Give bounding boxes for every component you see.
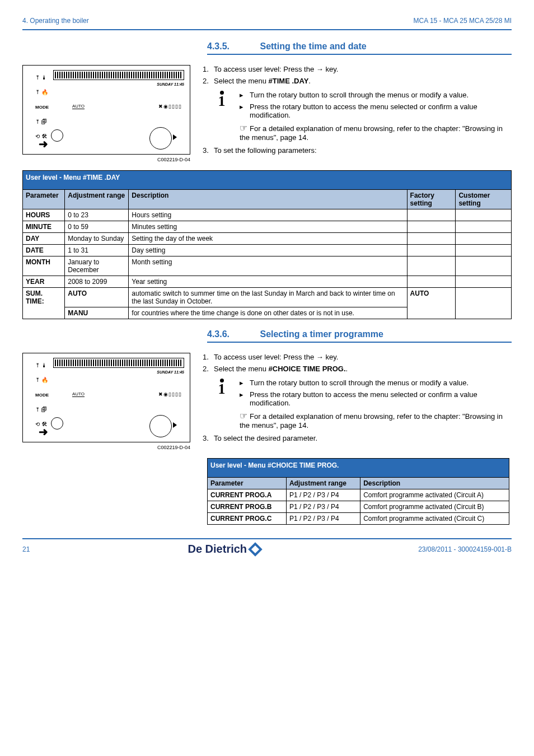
mode-label: MODE — [35, 101, 49, 113]
step1-suffix: key. — [324, 65, 339, 73]
section-435-body: ⤒ 🌡 ⤒ 🔥 MODE ⤒ 🗐 ⟲ 🛠 SUNDAY 11:45 AUTO ✖… — [22, 65, 512, 162]
info-bullet-2-text: Press the rotary button to access the me… — [250, 390, 512, 407]
page-number: 21 — [22, 545, 30, 553]
info-bullet-1: ▸ Turn the rotary button to scroll throu… — [240, 91, 512, 99]
section-title: Selecting a timer programme — [260, 329, 383, 339]
step2-prefix: Select the menu — [214, 77, 269, 85]
section-436-body: ⤒ 🌡 ⤒ 🔥 MODE ⤒ 🗐 ⟲ 🛠 SUNDAY 11:45 AUTO ✖… — [22, 353, 512, 450]
flame-icon: ⤒ 🔥 — [35, 375, 49, 386]
th-description: Description — [360, 478, 509, 489]
cell-factory — [407, 276, 456, 288]
cell-range: 1 to 31 — [65, 245, 129, 256]
control-panel-figure-2: ⤒ 🌡 ⤒ 🔥 MODE ⤒ 🗐 ⟲ 🛠 SUNDAY 11:45 AUTO ✖… — [22, 353, 190, 450]
cell-desc: Year setting — [129, 276, 407, 288]
table-row: HOURS0 to 23Hours setting — [23, 209, 512, 221]
section-heading-435: 4.3.5. Setting the time and date — [207, 41, 512, 52]
th-range: Adjustment range — [286, 478, 360, 489]
table-row: CURRENT PROG.CP1 / P2 / P3 / P4Comfort p… — [208, 513, 509, 525]
cell-customer — [456, 256, 512, 276]
cell-customer — [456, 221, 512, 233]
section-number: 4.3.5. — [207, 41, 257, 52]
cell-param: CURRENT PROG.A — [208, 489, 287, 501]
section-number: 4.3.6. — [207, 329, 257, 339]
triangle-bullet-icon: ▸ — [240, 102, 250, 119]
th-customer: Customer setting — [456, 190, 512, 209]
cell-range: P1 / P2 / P3 / P4 — [286, 513, 360, 525]
brand-logo: De Dietrich — [188, 543, 260, 556]
cell-desc: Comfort programme activated (Circuit C) — [360, 513, 509, 525]
sum-customer — [456, 288, 512, 319]
cell-desc: Day setting — [129, 245, 407, 256]
cell-customer — [456, 245, 512, 256]
temp-icon: ⤒ 🌡 — [35, 360, 49, 371]
table-time-day: User level - Menu #TIME .DAY Parameter A… — [22, 170, 512, 319]
step2-prefix: Select the menu — [214, 365, 269, 373]
triangle-bullet-icon: ▸ — [240, 390, 250, 407]
cell-desc: Comfort programme activated (Circuit B) — [360, 501, 509, 513]
sum-auto-factory: AUTO — [410, 290, 429, 297]
table2-title: User level - Menu #CHOICE TIME PROG. — [208, 459, 509, 478]
temp-icon: ⤒ 🌡 — [35, 72, 49, 83]
cell-param: DAY — [23, 233, 65, 245]
sum-manu-desc: for countries where the time change is d… — [129, 307, 407, 319]
panel-illustration: ⤒ 🌡 ⤒ 🔥 MODE ⤒ 🗐 ⟲ 🛠 SUNDAY 11:45 AUTO ✖… — [22, 353, 190, 442]
section-underline — [207, 54, 512, 55]
step-3: 3. To select the desired parameter. — [203, 434, 512, 442]
brand-text: De Dietrich — [188, 543, 247, 556]
list-number: 3. — [203, 434, 214, 442]
side-icons: ⤒ 🌡 ⤒ 🔥 MODE ⤒ 🗐 ⟲ 🛠 — [35, 360, 49, 433]
lcd-auto: AUTO — [72, 391, 85, 397]
lcd-bar — [53, 70, 184, 80]
mode-label: MODE — [35, 389, 49, 401]
list-number: 2. — [203, 365, 214, 373]
info-bullet-1-text: Turn the rotary button to scroll through… — [250, 379, 469, 387]
rotary-dial — [149, 127, 172, 150]
doc-date-ref: 23/08/2011 - 300024159-001-B — [418, 545, 512, 553]
page-header: 4. Operating the boiler MCA 15 - MCA 25 … — [22, 17, 512, 25]
step1-prefix: To access user level: Press the — [214, 353, 316, 361]
table-row: CURRENT PROG.BP1 / P2 / P3 / P4Comfort p… — [208, 501, 509, 513]
step1-suffix: key. — [324, 353, 339, 361]
info-ref-text: For a detailed explanation of menu brows… — [240, 124, 503, 142]
step2-suffix: . — [308, 77, 311, 85]
step2-menu: #TIME .DAY — [269, 77, 309, 85]
lcd-bar — [53, 358, 184, 368]
step-3: 3. To set the following parameters: — [203, 146, 512, 155]
cell-range: January to December — [65, 256, 129, 276]
cell-range: 0 to 23 — [65, 209, 129, 221]
cell-range: P1 / P2 / P3 / P4 — [286, 501, 360, 513]
info-reference: ☞For a detailed explanation of menu brow… — [240, 410, 512, 430]
th-description: Description — [129, 190, 407, 209]
info-block-2: 1 ▸ Turn the rotary button to scroll thr… — [214, 379, 512, 430]
rotary-dial — [149, 415, 172, 437]
list-number: 1. — [203, 353, 214, 361]
cell-param: DATE — [23, 245, 65, 256]
info-icon: 1 — [214, 379, 229, 395]
paper-icon: ⤒ 🗐 — [35, 116, 49, 128]
section-436-text: 1. To access user level: Press the → key… — [203, 353, 512, 446]
info-icon: 1 — [214, 91, 229, 108]
sum-manu-range: MANU — [68, 309, 88, 317]
th-range: Adjustment range — [65, 190, 129, 209]
step3-text: To select the desired parameter. — [214, 434, 317, 442]
header-divider — [22, 29, 512, 30]
side-icons: ⤒ 🌡 ⤒ 🔥 MODE ⤒ 🗐 ⟲ 🛠 — [35, 72, 49, 146]
cell-desc: Comfort programme activated (Circuit A) — [360, 489, 509, 501]
info-ref-text: For a detailed explanation of menu brows… — [240, 412, 503, 430]
flame-icon: ⤒ 🔥 — [35, 87, 49, 98]
step1-prefix: To access user level: Press the — [214, 65, 316, 73]
table-row: DAYMonday to SundaySetting the day of th… — [23, 233, 512, 245]
header-right: MCA 15 - MCA 25 MCA 25/28 MI — [414, 17, 512, 25]
triangle-bullet-icon: ▸ — [240, 91, 250, 99]
lcd-daytime: SUNDAY 11:45 — [157, 82, 184, 86]
list-number: 2. — [203, 77, 214, 85]
brand-mark-icon — [248, 542, 262, 556]
step-2: 2. Select the menu #CHOICE TIME PROG.. — [203, 365, 512, 373]
info-reference: ☞For a detailed explanation of menu brow… — [240, 123, 512, 142]
cell-param: MONTH — [23, 256, 65, 276]
section-heading-436: 4.3.6. Selecting a timer programme — [207, 329, 512, 339]
step2-menu: #CHOICE TIME PROG. — [269, 365, 346, 373]
cell-desc: Hours setting — [129, 209, 407, 221]
table-row: SUM. TIME: AUTO automatic switch to summ… — [23, 288, 512, 307]
cell-factory — [407, 221, 456, 233]
